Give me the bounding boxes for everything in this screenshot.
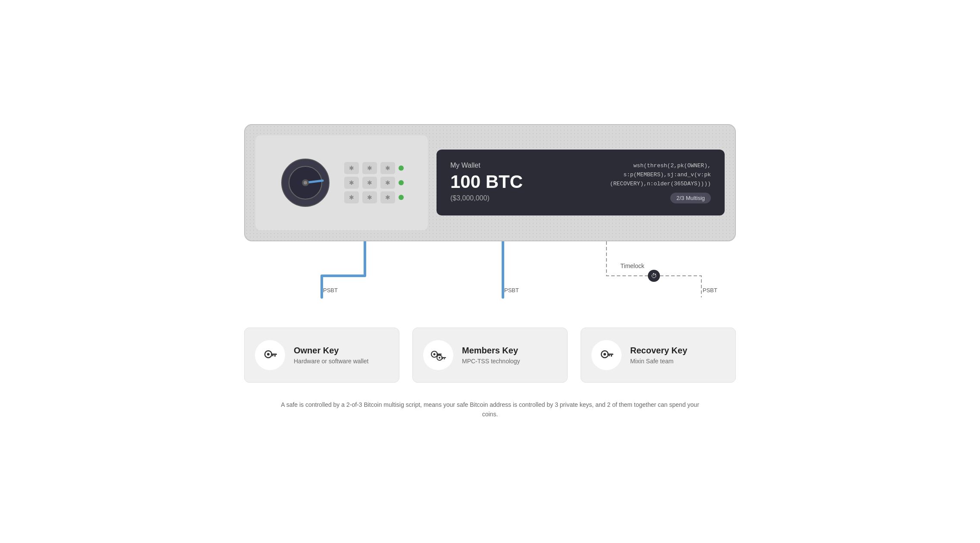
recovery-key-subtitle: Mixin Safe team <box>630 358 687 365</box>
key-btn: ✱ <box>380 162 395 174</box>
wallet-script: wsh(thresh(2,pk(OWNER), s:p(MEMBERS),sj:… <box>573 162 711 188</box>
safe-illustration: ✱ ✱ ✱ ✱ ✱ ✱ ✱ ✱ ✱ <box>255 135 428 230</box>
wallet-card: My Wallet 100 BTC ($3,000,000) wsh(thres… <box>437 150 725 215</box>
owner-key-icon <box>255 340 285 370</box>
multisig-badge: 2/3 Multisig <box>670 193 711 203</box>
main-container: ✱ ✱ ✱ ✱ ✱ ✱ ✱ ✱ ✱ <box>244 124 736 419</box>
recovery-key-icon <box>591 340 622 370</box>
key-btn: ✱ <box>344 191 359 203</box>
svg-text:PSBT: PSBT <box>703 287 717 293</box>
svg-point-22 <box>439 357 440 359</box>
wallet-info: My Wallet 100 BTC ($3,000,000) <box>450 162 560 202</box>
wallet-script-area: wsh(thresh(2,pk(OWNER), s:p(MEMBERS),sj:… <box>573 162 711 203</box>
owner-key-title: Owner Key <box>294 346 369 356</box>
key-btn: ✱ <box>380 191 395 203</box>
owner-key-subtitle: Hardware or software wallet <box>294 358 369 365</box>
wallet-title: My Wallet <box>450 162 560 169</box>
members-key-card: Members Key MPC-TSS technology <box>412 328 568 383</box>
safe-lock-icon <box>280 157 331 209</box>
svg-rect-29 <box>611 355 612 356</box>
recovery-key-title: Recovery Key <box>630 346 687 356</box>
footer-text: A safe is controlled by a 2-of-3 Bitcoin… <box>274 400 706 419</box>
svg-rect-13 <box>271 353 277 355</box>
wallet-btc: 100 BTC <box>450 172 560 192</box>
wallet-usd: ($3,000,000) <box>450 194 560 202</box>
svg-rect-15 <box>272 355 273 356</box>
svg-text:⏱: ⏱ <box>651 272 657 279</box>
owner-key-info: Owner Key Hardware or software wallet <box>294 346 369 365</box>
svg-text:PSBT: PSBT <box>323 287 338 293</box>
key-btn: ✱ <box>344 162 359 174</box>
members-key-subtitle: MPC-TSS technology <box>462 358 520 365</box>
svg-point-4 <box>304 181 307 184</box>
key-btn: ✱ <box>344 177 359 189</box>
members-key-info: Members Key MPC-TSS technology <box>462 346 520 365</box>
safe-section: ✱ ✱ ✱ ✱ ✱ ✱ ✱ ✱ ✱ <box>244 124 736 241</box>
svg-rect-28 <box>607 353 613 355</box>
key-btn: ✱ <box>380 177 395 189</box>
key-indicator <box>399 195 404 200</box>
key-indicator <box>399 180 404 185</box>
svg-rect-24 <box>444 358 445 359</box>
key-btn: ✱ <box>362 177 377 189</box>
svg-rect-25 <box>442 358 443 359</box>
svg-rect-23 <box>441 357 446 358</box>
key-btn: ✱ <box>362 162 377 174</box>
connector-section: ⏱ Timelock PSBT PSBT PSBT <box>244 241 736 328</box>
safe-keypad: ✱ ✱ ✱ ✱ ✱ ✱ ✱ ✱ ✱ <box>344 162 404 203</box>
svg-point-27 <box>603 353 606 356</box>
svg-text:PSBT: PSBT <box>504 287 519 293</box>
connector-svg: ⏱ Timelock PSBT PSBT PSBT <box>244 241 736 328</box>
svg-rect-18 <box>437 353 442 355</box>
keys-section: Owner Key Hardware or software wallet <box>244 328 736 383</box>
svg-rect-14 <box>274 355 276 356</box>
key-btn: ✱ <box>362 191 377 203</box>
recovery-key-card: Recovery Key Mixin Safe team <box>581 328 736 383</box>
svg-rect-30 <box>609 355 610 356</box>
svg-point-12 <box>267 353 270 356</box>
members-key-icon <box>423 340 453 370</box>
members-key-title: Members Key <box>462 346 520 356</box>
key-indicator <box>399 165 404 171</box>
svg-text:Timelock: Timelock <box>620 262 644 269</box>
recovery-key-info: Recovery Key Mixin Safe team <box>630 346 687 365</box>
owner-key-card: Owner Key Hardware or software wallet <box>244 328 399 383</box>
svg-point-17 <box>433 353 436 355</box>
